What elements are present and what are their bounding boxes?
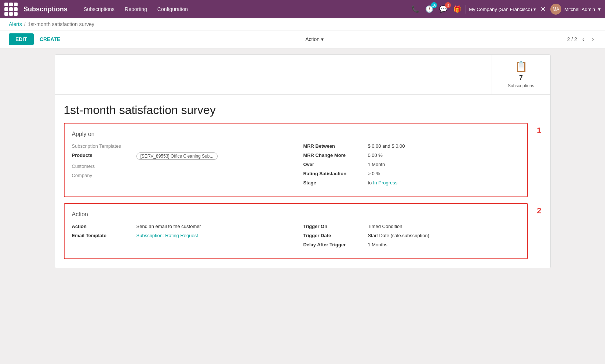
phone-icon[interactable]: 📞: [410, 4, 421, 15]
breadcrumb-parent[interactable]: Alerts: [9, 21, 22, 27]
subscriptions-side-panel[interactable]: 📋 7 Subscriptions: [492, 55, 550, 94]
record-title: 1st-month satisfaction survey: [55, 95, 550, 123]
field-company: Company: [72, 173, 289, 178]
action-field-value: Send an email to the customer: [136, 224, 201, 229]
rating-value: > 0 %: [368, 171, 380, 176]
section1-number: 1: [537, 126, 541, 135]
activity-icon[interactable]: 🕐 16: [424, 4, 435, 15]
trigger-on-value: Timed Condition: [368, 224, 402, 229]
nav-links: Subscriptions Reporting Configuration: [79, 4, 407, 14]
section2-wrapper: Action Action Send an email to the custo…: [64, 203, 542, 259]
products-label: Products: [72, 152, 131, 158]
mrr-between-label: MRR Between: [303, 143, 362, 149]
field-email-template: Email Template Subscription: Rating Requ…: [72, 233, 289, 238]
trigger-on-label: Trigger On: [303, 224, 362, 229]
apply-on-section: Apply on Subscription Templates Products…: [64, 123, 528, 197]
action-field-label: Action: [72, 224, 131, 229]
user-name[interactable]: Mitchell Admin: [564, 7, 595, 12]
stage-value: to In Progress: [368, 180, 397, 185]
top-navigation: Subscriptions Subscriptions Reporting Co…: [0, 0, 605, 18]
messages-badge: 3: [445, 2, 451, 8]
field-subscription-templates: Subscription Templates: [72, 143, 289, 149]
action-left: Action Send an email to the customer Ema…: [72, 224, 289, 251]
stage-prefix: to: [368, 180, 373, 185]
company-selector[interactable]: My Company (San Francisco) ▾: [469, 7, 536, 12]
in-progress-link[interactable]: In Progress: [373, 180, 397, 185]
pagination-info: 2 / 2: [567, 36, 577, 42]
apply-on-right: MRR Between $ 0.00 and $ 0.00 MRR Change…: [303, 143, 520, 189]
field-mrr-between: MRR Between $ 0.00 and $ 0.00: [303, 143, 520, 149]
toolbar: EDIT CREATE Action ▾ 2 / 2 ‹ ›: [0, 30, 605, 48]
action-chevron-icon: ▾: [321, 36, 324, 42]
apply-on-left: Subscription Templates Products [SERV_89…: [72, 143, 289, 189]
customers-label: Customers: [72, 163, 131, 169]
product-tag[interactable]: [SERV_89553] Office Cleaning Sub...: [136, 152, 218, 160]
create-button[interactable]: CREATE: [38, 33, 62, 45]
subscriptions-label: Subscriptions: [508, 83, 534, 88]
apps-grid-icon[interactable]: [4, 3, 18, 16]
field-over: Over 1 Month: [303, 162, 520, 167]
nav-reporting[interactable]: Reporting: [120, 4, 152, 14]
mrr-change-value: 0.00 %: [368, 152, 382, 158]
email-template-value[interactable]: Subscription: Rating Request: [136, 233, 198, 238]
field-trigger-on: Trigger On Timed Condition: [303, 224, 520, 229]
section2-number: 2: [537, 206, 541, 216]
action-right: Trigger On Timed Condition Trigger Date …: [303, 224, 520, 251]
field-customers: Customers: [72, 163, 289, 169]
apply-on-cols: Subscription Templates Products [SERV_89…: [72, 143, 520, 189]
products-value: [SERV_89553] Office Cleaning Sub...: [136, 152, 218, 160]
trigger-date-value: Start Date (sale.subscription): [368, 233, 429, 238]
mrr-change-label: MRR Change More: [303, 152, 362, 158]
field-delay: Delay After Trigger 1 Months: [303, 242, 520, 247]
action-cols: Action Send an email to the customer Ema…: [72, 224, 520, 251]
section1-wrapper: Apply on Subscription Templates Products…: [64, 123, 542, 197]
messages-icon[interactable]: 💬 3: [438, 4, 449, 15]
nav-subscriptions[interactable]: Subscriptions: [79, 4, 119, 14]
gift-icon[interactable]: 🎁: [452, 4, 463, 15]
delay-value: 1 Months: [368, 242, 387, 247]
topnav-right: 📞 🕐 16 💬 3 🎁 My Company (San Francisco) …: [410, 4, 601, 15]
field-trigger-date: Trigger Date Start Date (sale.subscripti…: [303, 233, 520, 238]
pagination-prev[interactable]: ‹: [580, 35, 587, 44]
delay-label: Delay After Trigger: [303, 242, 362, 247]
email-template-label: Email Template: [72, 233, 131, 238]
app-brand: Subscriptions: [23, 5, 68, 13]
pagination: 2 / 2 ‹ ›: [567, 35, 596, 44]
action-button[interactable]: Action ▾: [301, 33, 328, 45]
trigger-date-label: Trigger Date: [303, 233, 362, 238]
user-chevron-icon: ▾: [598, 6, 601, 12]
action-title: Action: [72, 211, 520, 218]
field-mrr-change: MRR Change More 0.00 %: [303, 152, 520, 158]
apply-on-title: Apply on: [72, 131, 520, 137]
subscriptions-count: 7: [519, 74, 523, 82]
avatar[interactable]: MA: [550, 4, 561, 15]
activity-badge: 16: [431, 2, 437, 8]
subscriptions-icon: 📋: [515, 60, 528, 73]
field-products: Products [SERV_89553] Office Cleaning Su…: [72, 152, 289, 160]
over-value: 1 Month: [368, 162, 385, 167]
company-chevron-icon: ▾: [533, 7, 536, 12]
company-label: Company: [72, 173, 131, 178]
sub-templates-label: Subscription Templates: [72, 143, 131, 149]
breadcrumb: Alerts / 1st-month satisfaction survey: [0, 18, 605, 30]
field-stage: Stage to In Progress: [303, 180, 520, 185]
stage-label: Stage: [303, 180, 362, 185]
rating-label: Rating Satisfaction: [303, 171, 362, 176]
company-name: My Company (San Francisco): [469, 7, 532, 12]
pagination-next[interactable]: ›: [590, 35, 596, 44]
nav-configuration[interactable]: Configuration: [153, 4, 192, 14]
field-action: Action Send an email to the customer: [72, 224, 289, 229]
field-rating: Rating Satisfaction > 0 %: [303, 171, 520, 176]
over-label: Over: [303, 162, 362, 167]
breadcrumb-separator: /: [24, 21, 26, 27]
close-icon[interactable]: ✕: [539, 4, 547, 15]
breadcrumb-current: 1st-month satisfaction survey: [28, 21, 94, 27]
record-card: 📋 7 Subscriptions 1st-month satisfaction…: [55, 54, 551, 268]
nav-divider: [466, 5, 466, 14]
action-section: Action Action Send an email to the custo…: [64, 203, 528, 259]
main-content: 📋 7 Subscriptions 1st-month satisfaction…: [46, 48, 560, 274]
edit-button[interactable]: EDIT: [9, 33, 34, 45]
mrr-between-value: $ 0.00 and $ 0.00: [368, 143, 405, 149]
card-header-row: 📋 7 Subscriptions: [55, 55, 550, 95]
action-button-label: Action: [305, 36, 320, 42]
